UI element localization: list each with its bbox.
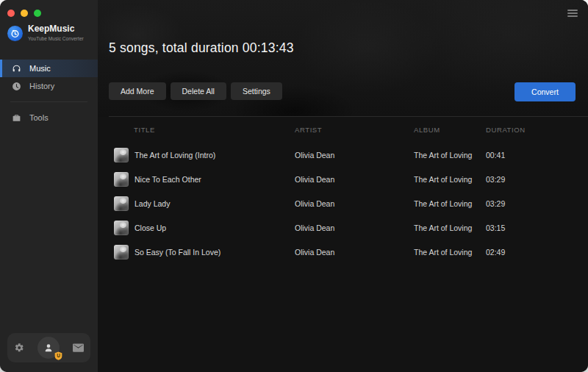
app-window: KeepMusic YouTube Music Converter Music … <box>0 0 588 372</box>
toolbar: Add More Delete All Settings <box>109 82 282 100</box>
column-header-artist: ARTIST <box>295 126 414 134</box>
songs-summary: 5 songs, total duration 00:13:43 <box>109 40 294 56</box>
zoom-button[interactable] <box>34 10 41 17</box>
song-duration: 03:29 <box>486 175 588 184</box>
album-art-thumbnail <box>114 245 129 260</box>
gear-icon <box>14 343 24 353</box>
delete-all-button[interactable]: Delete All <box>171 82 226 100</box>
song-album: The Art of Loving <box>414 175 486 184</box>
song-title: So Easy (To Fall In Love) <box>135 248 220 257</box>
song-duration: 03:29 <box>486 199 588 208</box>
main-panel: 5 songs, total duration 00:13:43 Add Mor… <box>98 0 588 372</box>
song-artist: Olivia Dean <box>295 199 414 208</box>
song-album: The Art of Loving <box>414 248 486 257</box>
album-art-thumbnail <box>114 221 129 235</box>
app-logo-icon <box>7 26 23 41</box>
song-table: TITLE ARTIST ALBUM DURATION The Art of L… <box>98 116 588 372</box>
column-header-duration: DURATION <box>486 126 588 134</box>
sidebar-footer: U <box>7 333 90 362</box>
song-artist: Olivia Dean <box>295 248 414 257</box>
column-header-title: TITLE <box>109 126 295 134</box>
add-more-button[interactable]: Add More <box>109 82 166 100</box>
album-art-thumbnail <box>114 172 129 187</box>
song-title: The Art of Loving (Intro) <box>135 151 215 160</box>
feedback-button[interactable] <box>73 343 84 352</box>
traffic-lights <box>0 0 98 17</box>
unregistered-badge-icon: U <box>54 351 62 360</box>
sidebar-item-tools[interactable]: Tools <box>0 109 98 126</box>
clock-icon <box>12 82 21 91</box>
song-album: The Art of Loving <box>414 223 486 232</box>
song-duration: 00:41 <box>486 151 588 160</box>
app-subtitle: YouTube Music Converter <box>28 35 84 42</box>
svg-text:U: U <box>57 353 60 358</box>
table-row[interactable]: Nice To Each Other Olivia Dean The Art o… <box>98 167 588 191</box>
mail-icon <box>73 343 84 352</box>
song-artist: Olivia Dean <box>295 175 414 184</box>
sidebar-nav: Music History Tools <box>0 60 98 126</box>
song-title: Close Up <box>135 223 166 232</box>
album-art-thumbnail <box>114 148 129 162</box>
settings-button[interactable]: Settings <box>231 82 282 100</box>
column-header-album: ALBUM <box>414 126 486 134</box>
headphones-icon <box>12 64 21 74</box>
table-divider <box>109 116 588 117</box>
song-title: Nice To Each Other <box>135 175 201 184</box>
sidebar-item-label: Music <box>29 64 51 73</box>
settings-gear-button[interactable] <box>14 343 24 353</box>
account-button[interactable]: U <box>37 337 60 359</box>
convert-button[interactable]: Convert <box>514 82 576 101</box>
sidebar-item-history[interactable]: History <box>0 77 98 95</box>
table-row[interactable]: So Easy (To Fall In Love) Olivia Dean Th… <box>98 240 588 264</box>
user-icon <box>43 342 54 354</box>
song-album: The Art of Loving <box>414 151 486 160</box>
minimize-button[interactable] <box>21 10 28 17</box>
song-album: The Art of Loving <box>414 199 486 208</box>
song-duration: 03:15 <box>486 223 588 232</box>
table-row[interactable]: Close Up Olivia Dean The Art of Loving 0… <box>98 215 588 240</box>
table-header-row: TITLE ARTIST ALBUM DURATION <box>98 116 588 143</box>
app-brand: KeepMusic YouTube Music Converter <box>0 17 98 51</box>
app-name: KeepMusic <box>28 24 84 34</box>
song-duration: 02:49 <box>486 248 588 257</box>
song-artist: Olivia Dean <box>295 223 414 232</box>
sidebar-item-label: Tools <box>29 113 49 122</box>
song-artist: Olivia Dean <box>295 151 414 160</box>
song-title: Lady Lady <box>135 199 170 208</box>
table-row[interactable]: Lady Lady Olivia Dean The Art of Loving … <box>98 191 588 215</box>
sidebar-item-label: History <box>29 82 54 90</box>
sidebar-item-music[interactable]: Music <box>0 60 98 77</box>
hamburger-menu-button[interactable] <box>567 10 578 18</box>
close-button[interactable] <box>7 10 15 17</box>
sidebar-divider <box>10 101 87 102</box>
album-art-thumbnail <box>114 196 129 211</box>
toolbox-icon <box>12 113 21 123</box>
sidebar: KeepMusic YouTube Music Converter Music … <box>0 0 98 372</box>
table-row[interactable]: The Art of Loving (Intro) Olivia Dean Th… <box>98 143 588 167</box>
